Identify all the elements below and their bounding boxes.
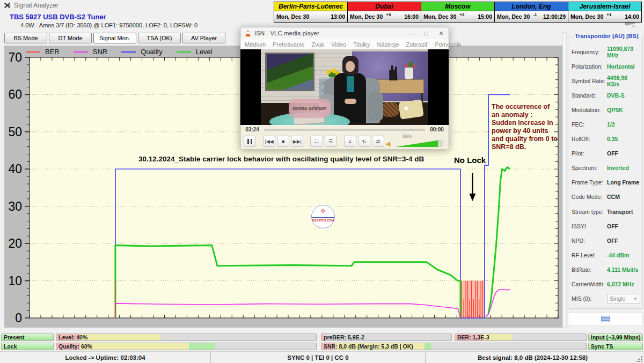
svg-text:40: 40 [8,162,22,176]
clock-dubai: DubaiMon, Dec 30+316:00 [347,2,421,23]
transponder-row: Stream type:Transport [572,204,641,219]
vlc-menu-video[interactable]: Video [331,41,346,48]
next-button[interactable]: ▶▶| [291,136,303,147]
meter-segment [80,343,189,350]
studio-scene: Donna Grisham [261,49,428,125]
tuner-details: 4.0W - Amos 3/7 (ID: 3560) @ LOF1: 97500… [20,22,197,28]
vlc-menu-zvuk[interactable]: Zvuk [311,41,324,48]
sidebar-scrollbar[interactable] [562,32,567,328]
lock-indicator: Lock [1,343,54,350]
vlc-close-button[interactable]: ✕ [434,27,449,39]
vlc-minimize-button[interactable]: — [404,27,419,39]
mis-row: MIS (0):Single▼ [572,292,641,306]
preber-meter: preBER: 5,9E-2 [321,334,452,341]
svg-text:0: 0 [15,311,22,325]
no-lock-annotation: No Lock [454,155,486,165]
vlc-menu-pomocnk[interactable]: Pomocník [435,41,461,48]
playlist-button[interactable]: ≡ [344,136,356,147]
clock-city: Berlin-Paris-Lučenec [274,2,347,11]
svg-text:70: 70 [8,50,22,64]
mis-select[interactable]: Single▼ [607,294,640,304]
presenter-hands [345,99,356,104]
clock-time-row: Mon, Dec 30+316:00 [348,11,421,22]
ber-meter: BER: 1,3E-3 [455,334,587,341]
transponder-row: Symbol Rate:4498,98 KS/s [572,73,641,88]
tab-tsa-ok-[interactable]: TSA (OK) [138,33,181,43]
tab-av-player[interactable]: AV Player [182,33,225,43]
vase [405,68,413,79]
transponder-row: Pilot:OFF [572,146,641,161]
app-icon [4,2,11,9]
basket [381,102,399,117]
tab-signal-mon-[interactable]: Signal Mon. [93,33,136,43]
fullscreen-button[interactable]: ⛶ [310,136,323,147]
meter-label: Sync TS [591,343,613,350]
elapsed-time: 03:24 [240,127,264,132]
stream-properties-button[interactable] [568,312,643,326]
list-icon [601,316,610,322]
transponder-row: Frequency:11090,873 MHz [572,45,641,59]
level-meter: Level: 40% [56,334,317,341]
clock-city: London, Eng [495,2,568,11]
vlc-maximize-button[interactable]: □ [419,27,434,39]
anomaly-annotation: The occurrence of an anomaly : Sudden in… [492,103,558,151]
loop-button[interactable]: ↻ [358,136,370,147]
clock-time-row: Mon, Dec 3013:00 [274,11,347,22]
clock-london-eng: London, EngMon, Dec 30-112:00:29 [494,2,568,23]
vlc-video-area[interactable]: Donna Grisham [240,49,449,125]
window-title: Signal Analyzer [14,2,58,9]
vlc-seek-row: 03:24 00:00 [240,125,449,134]
svg-text:50: 50 [8,125,22,139]
resize-grip[interactable] [636,355,643,362]
tab-bs-mode[interactable]: BS Mode [4,33,47,43]
meter-segment [189,343,215,350]
seek-bar[interactable] [264,129,425,131]
antenna-icon: ⌖ [312,205,334,217]
status-meters: Present Level: 40% preBER: 5,9E-2 BER: 1… [0,331,644,351]
svg-text:20: 20 [8,236,22,250]
transponder-row: Standard:DVB-S [572,88,641,102]
meter-segment [80,334,160,340]
meter-label: Lock [4,343,17,350]
transponder-row: Polarization:Horizontal [572,59,641,73]
meter-label: preBER: 5,9E-2 [324,334,364,341]
svg-text:0%: 0% [632,25,636,28]
meter-label: Input (~3,99 Mbps) [591,334,640,341]
vlc-menu-mdium[interactable]: Médium [245,41,266,48]
quality-meter: Quality: 60% [56,343,317,350]
transponder-panel: Transponder (AU) [BS] Frequency:11090,87… [567,32,644,328]
transponder-row: RF Level:-44 dBm [572,248,641,262]
equalizer-button[interactable]: ☰ [325,136,337,147]
vlc-menu-prehrvanie[interactable]: Prehrávanie [273,41,304,48]
meter-label: Quality: 60% [58,343,92,350]
clock-city: Dubai [348,2,421,11]
volume-slider[interactable] [395,139,443,147]
svg-text:10: 10 [8,274,22,288]
tab-dt-mode[interactable]: DT Mode [49,33,92,43]
transponder-row: NPD:OFF [572,233,641,248]
vlc-title-bar[interactable]: ISN - VLC media player — □ ✕ [240,27,449,39]
pause-button[interactable] [244,136,256,147]
world-clocks: Berlin-Paris-LučenecMon, Dec 3013:00Duba… [274,2,641,23]
presenter-top [347,76,354,92]
transponder-row: Code Mode:CCM [572,190,641,204]
status-bar: Locked -> Uptime: 02:03:04 SYNC 0 | TEI … [0,351,644,363]
vlc-menu-titulky[interactable]: Titulky [353,41,370,48]
speaker-icon[interactable] [386,142,392,147]
mode-tabs: BS ModeDT ModeSignal Mon.TSA (OK)AV Play… [4,33,225,43]
sync-ts-indicator: Sync TS [588,343,643,350]
clock-jerusalem-israel: Jerusalem-IsraelMon, Dec 30+114:00 [568,2,642,23]
transponder-row: Frame Type:Long Frame [572,175,641,190]
previous-button[interactable]: |◀◀ [263,136,275,147]
transponder-groupbox: Transponder (AU) [BS] Frequency:11090,87… [568,36,643,309]
transponder-row: BitRate:4,111 Mbit/s [572,262,641,277]
stop-button[interactable]: ■ [277,136,289,147]
svg-text:60: 60 [8,87,22,101]
clock-city: Jerusalem-Israel [568,2,641,11]
transponder-rows: Frequency:11090,873 MHzPolarization:Hori… [572,45,641,306]
vlc-menu-nstroje[interactable]: Nástroje [377,41,399,48]
vlc-menu-zobrazi[interactable]: Zobraziť [406,41,428,48]
shuffle-button[interactable]: ⇄ [372,136,384,147]
svg-text:30: 30 [8,199,22,213]
vlc-menu-bar: MédiumPrehrávanieZvukVideoTitulkyNástroj… [240,39,449,49]
